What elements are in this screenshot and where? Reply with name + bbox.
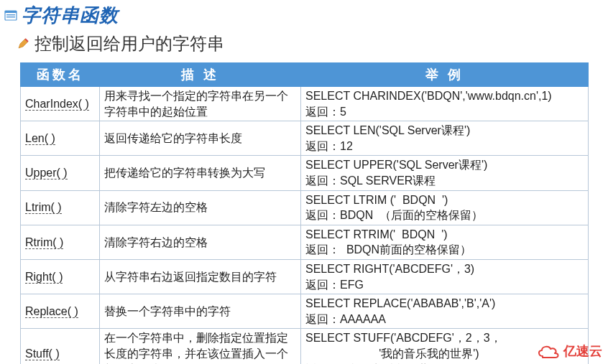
table-row: Right( ) 从字符串右边返回指定数目的字符 SELECT RIGHT('A… (21, 259, 589, 294)
example-line: SELECT LEN('SQL Server课程') (305, 123, 584, 139)
fn-name-cell: Upper( ) (21, 156, 100, 190)
example-line: SELECT LTRIM (' BDQN ') (305, 192, 584, 208)
fn-example-cell: SELECT UPPER('SQL Server课程') 返回：SQL SERV… (301, 156, 589, 190)
table-row: Rtrim( ) 清除字符右边的空格 SELECT RTRIM(' BDQN '… (21, 225, 589, 259)
fn-name-cell: CharIndex( ) (21, 87, 100, 121)
fn-name: Right( ) (25, 271, 63, 284)
fn-desc-cell: 清除字符左边的空格 (100, 190, 301, 225)
th-name: 函数名 (21, 63, 100, 87)
fn-name: Replace( ) (25, 305, 78, 318)
example-line: SELECT RIGHT('ABCDEFG'，3) (305, 261, 584, 277)
window-icon (4, 9, 17, 22)
brand-text: 亿速云 (563, 342, 602, 360)
example-line: 返回：A我的音乐我的世界EFG (305, 362, 584, 365)
fn-name-cell: Replace( ) (21, 294, 100, 329)
example-line: 返回：AAAAAA (305, 312, 584, 327)
fn-example-cell: SELECT LTRIM (' BDQN ') 返回：BDQN （后面的空格保留… (301, 190, 589, 225)
example-line: 返回：12 (305, 139, 584, 154)
fn-example-cell: SELECT REPLACE('ABABAB','B','A') 返回：AAAA… (301, 294, 589, 329)
table-row: Upper( ) 把传递给它的字符串转换为大写 SELECT UPPER('SQ… (21, 156, 589, 190)
fn-desc-cell: 把传递给它的字符串转换为大写 (100, 156, 301, 190)
fn-name-cell: Stuff( ) (21, 329, 100, 364)
fn-name-cell: Len( ) (21, 121, 100, 156)
example-line: 返回：BDQN （后面的空格保留） (305, 207, 584, 223)
example-line: 返回：5 (305, 104, 584, 120)
fn-example-cell: SELECT RIGHT('ABCDEFG'，3) 返回：EFG (301, 259, 589, 294)
fn-name-cell: Ltrim( ) (21, 190, 100, 225)
table-row: Len( ) 返回传递给它的字符串长度 SELECT LEN('SQL Serv… (21, 121, 589, 156)
th-example: 举 例 (301, 63, 589, 87)
fn-name: Len( ) (25, 132, 55, 145)
fn-name-cell: Right( ) (21, 259, 100, 294)
page-title: 字符串函数 (22, 3, 119, 28)
example-line: SELECT CHARINDEX('BDQN','www.bdqn.cn',1) (305, 88, 584, 104)
cloud-icon (536, 343, 561, 359)
table-row: CharIndex( ) 用来寻找一个指定的字符串在另一个字符串中的起始位置 S… (21, 87, 589, 121)
example-line: SELECT RTRIM(' BDQN ') (305, 227, 584, 243)
svg-rect-3 (6, 17, 15, 17)
fn-example-cell: SELECT RTRIM(' BDQN ') 返回： BDQN前面的空格保留） (301, 225, 589, 259)
fn-name: Rtrim( ) (25, 236, 63, 249)
fn-desc-cell: 返回传递给它的字符串长度 (100, 121, 301, 156)
fn-name: Ltrim( ) (25, 201, 62, 214)
table-row: Stuff( ) 在一个字符串中，删除指定位置指定长度的字符串，并在该位置插入一… (21, 329, 589, 364)
title-row: 字符串函数 (0, 0, 608, 28)
example-line: SELECT UPPER('SQL Server课程') (305, 157, 584, 173)
fn-desc-cell: 从字符串右边返回指定数目的字符 (100, 259, 301, 294)
fn-name: Upper( ) (25, 167, 68, 179)
fn-name-cell: Rtrim( ) (21, 225, 100, 259)
th-desc: 描 述 (100, 63, 301, 87)
table-header-row: 函数名 描 述 举 例 (21, 63, 589, 87)
string-functions-table: 函数名 描 述 举 例 CharIndex( ) 用来寻找一个指定的字符串在另一… (20, 62, 589, 364)
pencil-icon (17, 38, 29, 50)
fn-name: Stuff( ) (25, 347, 60, 360)
example-line: SELECT REPLACE('ABABAB','B','A') (305, 296, 584, 312)
table-row: Replace( ) 替换一个字符串中的字符 SELECT REPLACE('A… (21, 294, 589, 329)
fn-desc-cell: 用来寻找一个指定的字符串在另一个字符串中的起始位置 (100, 87, 301, 121)
subtitle-row: 控制返回给用户的字符串 (0, 28, 608, 55)
fn-example-cell: SELECT CHARINDEX('BDQN','www.bdqn.cn',1)… (301, 87, 589, 121)
page-subtitle: 控制返回给用户的字符串 (34, 32, 224, 55)
fn-desc-cell: 在一个字符串中，删除指定位置指定长度的字符串，并在该位置插入一个新的字符串 (100, 329, 301, 364)
example-line: 返回：EFG (305, 277, 584, 293)
example-line: 返回： BDQN前面的空格保留） (305, 242, 584, 258)
fn-name: CharIndex( ) (25, 98, 89, 111)
fn-example-cell: SELECT LEN('SQL Server课程') 返回：12 (301, 121, 589, 156)
svg-rect-2 (6, 14, 15, 15)
svg-rect-1 (5, 11, 17, 13)
fn-desc-cell: 清除字符右边的空格 (100, 225, 301, 259)
example-line: 返回：SQL SERVER课程 (305, 173, 584, 189)
table-row: Ltrim( ) 清除字符左边的空格 SELECT LTRIM (' BDQN … (21, 190, 589, 225)
brand-logo: 亿速云 (536, 342, 602, 360)
fn-desc-cell: 替换一个字符串中的字符 (100, 294, 301, 329)
